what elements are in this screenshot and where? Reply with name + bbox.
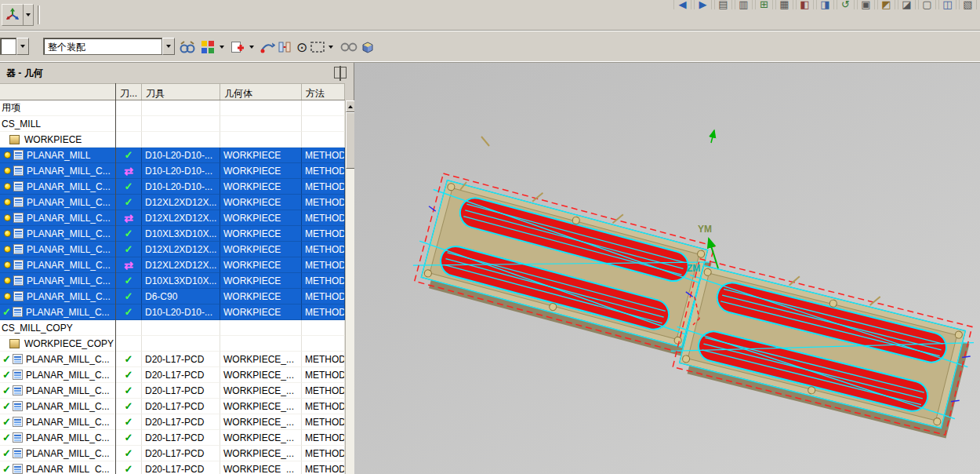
name-cell[interactable]: PLANAR_MILL_C... [0, 257, 116, 273]
name-cell[interactable]: CS_MILL [0, 116, 116, 132]
name-cell[interactable]: PLANAR_MILL [0, 148, 116, 163]
open-by-proximity-dropdown-icon[interactable] [217, 37, 227, 57]
navigator-row[interactable]: PLANAR_MILL_C...✓D6-C90WORKPIECEMETHOD [0, 289, 345, 304]
filter-combo-dropdown-icon[interactable] [16, 38, 29, 55]
navigator-row[interactable]: CS_MILL_COPY [0, 320, 345, 336]
toolpath-ok-icon: ✓ [125, 275, 133, 286]
small-toolbar-icon[interactable]: ◧ [796, 0, 814, 9]
navigator-row[interactable]: WORKPIECE [0, 132, 345, 148]
navigator-row[interactable]: ✓PLANAR_MILL_C...✓D20-L17-PCDWORKPIECE_.… [0, 461, 345, 474]
column-header[interactable]: 刀... [116, 84, 142, 100]
column-header[interactable] [0, 84, 116, 100]
navigator-row[interactable]: PLANAR_MILL_C...✓D10XL3XD10X...WORKPIECE… [0, 226, 345, 242]
name-cell[interactable]: PLANAR_MILL_C... [0, 195, 116, 210]
filter-combo[interactable] [0, 38, 29, 55]
name-cell[interactable]: PLANAR_MILL_C... [0, 226, 116, 242]
name-cell[interactable]: PLANAR_MILL_C... [0, 210, 116, 226]
navigator-row[interactable]: PLANAR_MILL_C...⇄D12XL2XD12X...WORKPIECE… [0, 210, 345, 226]
small-toolbar-icon[interactable]: ▦ [775, 0, 793, 9]
name-cell[interactable]: ✓PLANAR_MILL_C... [0, 352, 116, 367]
view-orientation-icon[interactable] [2, 4, 24, 26]
navigator-row[interactable]: ✓PLANAR_MILL_C...✓D20-L17-PCDWORKPIECE_.… [0, 430, 345, 446]
filter-combo-value[interactable] [0, 38, 16, 55]
name-cell[interactable]: WORKPIECE [0, 132, 116, 148]
name-cell[interactable]: ✓PLANAR_MILL_C... [0, 383, 116, 399]
navigator-row[interactable]: ✓PLANAR_MILL_C...✓D20-L17-PCDWORKPIECE_.… [0, 446, 345, 461]
small-toolbar-icon[interactable]: ◨ [816, 0, 834, 9]
name-cell[interactable]: 用项 [0, 100, 116, 116]
navigator-row[interactable]: PLANAR_MILL_C...✓D10XL3XD10X...WORKPIECE… [0, 273, 345, 289]
view-orientation-dropdown-icon[interactable] [24, 4, 34, 26]
navigator-row[interactable]: ✓PLANAR_MILL_C...✓D20-L17-PCDWORKPIECE_.… [0, 414, 345, 430]
navigator-row[interactable]: PLANAR_MILL_C...✓D12XL2XD12X...WORKPIECE… [0, 242, 345, 257]
small-toolbar-icon[interactable]: ↺ [837, 0, 855, 9]
navigator-row[interactable]: ✓PLANAR_MILL_C...✓D20-L17-PCDWORKPIECE_.… [0, 383, 345, 399]
navigator-scrollbar[interactable] [345, 100, 354, 474]
selection-rectangle-icon[interactable] [307, 37, 328, 57]
small-toolbar-icon[interactable]: ▶ [694, 0, 712, 9]
tool-cell: D20-L17-PCD [142, 367, 220, 383]
item-name: PLANAR_MILL_C... [26, 370, 110, 381]
graphics-canvas[interactable]: YM ZM [354, 63, 980, 474]
column-header[interactable]: 几何体 [220, 84, 302, 100]
small-toolbar-icon[interactable]: ◫ [938, 0, 956, 9]
method-value: METHOD [305, 464, 345, 474]
add-component-dropdown-icon[interactable] [247, 37, 256, 57]
small-toolbar-icon[interactable]: ▣ [857, 0, 875, 9]
small-toolbar-icon[interactable]: ▢ [918, 0, 936, 9]
navigator-row[interactable]: ✓PLANAR_MILL_C...✓D20-L17-PCDWORKPIECE_.… [0, 367, 345, 383]
navigator-row[interactable]: ✓PLANAR_MILL_C...✓D20-L17-PCDWORKPIECE_.… [0, 352, 345, 367]
tool-cell [142, 336, 220, 352]
name-cell[interactable]: CS_MILL_COPY [0, 320, 116, 336]
small-toolbar-icon[interactable]: ⊞ [755, 0, 773, 9]
small-toolbar-icon[interactable]: ◪ [898, 0, 916, 9]
assembly-scope-dropdown-icon[interactable] [162, 38, 175, 55]
name-cell[interactable]: PLANAR_MILL_C... [0, 273, 116, 289]
navigator-row[interactable]: 用项 [0, 100, 345, 116]
toolbar-glyph-icon: ▢ [922, 0, 931, 9]
small-toolbar-icon[interactable]: ▤ [714, 0, 732, 9]
open-by-proximity-icon[interactable] [198, 37, 218, 57]
name-cell[interactable]: ✓PLANAR_MILL_C... [0, 446, 116, 461]
navigator-row[interactable]: PLANAR_MILL✓D10-L20-D10-...WORKPIECEMETH… [0, 148, 345, 163]
name-cell[interactable]: ✓PLANAR_MILL_C... [0, 304, 116, 320]
navigator-row[interactable]: ✓PLANAR_MILL_C...✓D20-L17-PCDWORKPIECE_.… [0, 399, 345, 414]
geometry-value: WORKPIECE [223, 275, 281, 286]
navigator-row[interactable]: ✓PLANAR_MILL_C...✓D10-L20-D10-...WORKPIE… [0, 304, 345, 320]
toolbar-glyph-icon: ▤ [718, 0, 728, 9]
assembly-scope-value[interactable]: 整个装配 [43, 38, 162, 55]
selection-rectangle-dropdown-icon[interactable] [326, 37, 336, 57]
name-cell[interactable]: ✓PLANAR_MILL_C... [0, 414, 116, 430]
name-cell[interactable]: PLANAR_MILL_C... [0, 289, 116, 304]
column-header[interactable]: 方法 [302, 84, 345, 100]
navigator-row[interactable]: PLANAR_MILL_C...⇄D12XL2XD12X...WORKPIECE… [0, 257, 345, 273]
name-cell[interactable]: PLANAR_MILL_C... [0, 179, 116, 195]
add-component-icon[interactable] [227, 37, 248, 57]
navigator-row[interactable]: PLANAR_MILL_C...⇄D10-L20-D10-...WORKPIEC… [0, 163, 345, 179]
find-component-icon[interactable] [177, 37, 198, 57]
assembly-scope-combo[interactable]: 整个装配 [43, 38, 175, 55]
name-cell[interactable]: ✓PLANAR_MILL_C... [0, 461, 116, 474]
graphics-viewport[interactable]: YM ZM [354, 63, 980, 474]
small-toolbar-icon[interactable]: ◀ [673, 0, 691, 9]
navigator-row[interactable]: CS_MILL [0, 116, 345, 132]
navigator-row[interactable]: PLANAR_MILL_C...✓D10-L20-D10-...WORKPIEC… [0, 179, 345, 195]
show-hide-component-icon[interactable] [339, 37, 359, 57]
small-toolbar-icon[interactable]: ▥ [735, 0, 753, 9]
small-toolbar-icon[interactable]: ◩ [877, 0, 895, 9]
name-cell[interactable]: PLANAR_MILL_C... [0, 242, 116, 257]
name-cell[interactable]: PLANAR_MILL_C... [0, 163, 116, 179]
navigator-row[interactable]: WORKPIECE_COPY [0, 336, 345, 352]
name-cell[interactable]: ✓PLANAR_MILL_C... [0, 430, 116, 446]
name-cell[interactable]: ✓PLANAR_MILL_C... [0, 367, 116, 383]
panel-float-button[interactable] [334, 67, 347, 78]
name-cell[interactable]: WORKPIECE_COPY [0, 336, 116, 352]
navigator-column-headers: 刀...刀具几何体方法 [0, 83, 345, 100]
name-cell[interactable]: ✓PLANAR_MILL_C... [0, 399, 116, 414]
toolbar-glyph-icon: ◀ [679, 0, 687, 9]
small-toolbar-icon[interactable]: ▧ [959, 0, 977, 9]
exploded-views-icon[interactable] [358, 37, 378, 57]
navigator-row[interactable]: PLANAR_MILL_C...✓D12XL2XD12X...WORKPIECE… [0, 195, 345, 210]
column-header[interactable]: 刀具 [142, 84, 220, 100]
complete-check-icon: ✓ [2, 447, 11, 459]
